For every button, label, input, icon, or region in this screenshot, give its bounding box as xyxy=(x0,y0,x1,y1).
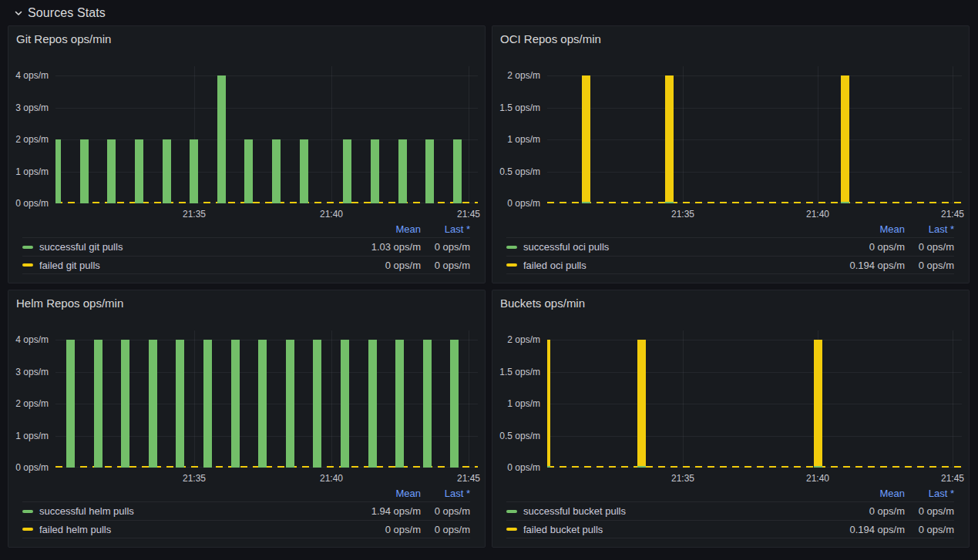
zero-value-dashed-line xyxy=(547,202,962,203)
y-tick-label: 0 ops/m xyxy=(15,461,49,474)
bar xyxy=(272,139,281,203)
bar xyxy=(258,340,267,468)
x-tick-label: 21:40 xyxy=(320,208,343,220)
gridline xyxy=(55,340,478,340)
bar xyxy=(371,139,379,203)
series-swatch xyxy=(506,246,517,249)
y-tick-label: 1 ops/m xyxy=(507,397,540,410)
legend-col-mean[interactable]: Mean xyxy=(812,488,905,499)
legend: Mean Last * successful git pulls 1.03 op… xyxy=(8,220,485,274)
plot-area[interactable] xyxy=(547,66,962,203)
legend-row: successful bucket pulls 0 ops/m 0 ops/m xyxy=(506,501,954,520)
legend-header: Mean Last * xyxy=(506,220,954,237)
gridline xyxy=(55,172,478,173)
x-tick-label: 21:35 xyxy=(183,208,206,220)
series-last: 0 ops/m xyxy=(421,260,470,271)
y-axis: 4 ops/m3 ops/m2 ops/m1 ops/m0 ops/m xyxy=(8,66,49,203)
y-tick-label: 1 ops/m xyxy=(15,430,49,442)
panel-title[interactable]: Buckets ops/min xyxy=(500,297,585,310)
panel-title[interactable]: Git Repos ops/min xyxy=(16,32,111,45)
legend-row: successful oci pulls 0 ops/m 0 ops/m xyxy=(506,237,954,256)
gridline xyxy=(55,139,478,140)
y-tick-label: 0.5 ops/m xyxy=(499,430,540,442)
gridline xyxy=(331,330,332,468)
legend-col-mean[interactable]: Mean xyxy=(812,223,905,235)
y-tick-label: 2 ops/m xyxy=(507,69,540,82)
chevron-down-icon[interactable] xyxy=(14,8,23,18)
gridline xyxy=(818,66,818,203)
gridline xyxy=(194,330,195,468)
gridline xyxy=(55,75,478,76)
gridline xyxy=(55,108,478,109)
x-axis: 21:3521:4021:45 xyxy=(547,208,962,220)
row-header-sources-stats[interactable]: Sources Stats xyxy=(0,0,978,25)
bar xyxy=(66,340,75,468)
legend-col-last[interactable]: Last * xyxy=(421,223,470,235)
bar xyxy=(395,340,404,468)
series-label[interactable]: successful git pulls xyxy=(39,241,328,253)
legend-row: failed oci pulls 0.194 ops/m 0 ops/m xyxy=(506,256,954,274)
series-label[interactable]: failed helm pulls xyxy=(39,524,328,535)
bar xyxy=(637,340,646,468)
legend-col-mean[interactable]: Mean xyxy=(328,223,421,235)
y-tick-label: 1.5 ops/m xyxy=(499,102,540,114)
series-mean: 0 ops/m xyxy=(812,505,905,517)
legend-header: Mean Last * xyxy=(506,485,954,501)
x-tick-label: 21:35 xyxy=(671,472,694,485)
bar xyxy=(343,139,351,203)
bar xyxy=(203,340,212,468)
bar xyxy=(121,340,129,468)
x-tick-label: 21:35 xyxy=(671,208,694,220)
panel-title[interactable]: OCI Repos ops/min xyxy=(500,32,601,45)
gridline xyxy=(55,404,478,404)
x-tick-label: 21:40 xyxy=(320,472,343,485)
series-swatch xyxy=(506,510,517,513)
gridline xyxy=(469,66,469,203)
legend-row: successful helm pulls 1.94 ops/m 0 ops/m xyxy=(22,501,470,520)
panel-title[interactable]: Helm Repos ops/min xyxy=(16,297,123,310)
series-swatch xyxy=(506,528,517,531)
y-tick-label: 0 ops/m xyxy=(507,197,540,210)
y-axis: 2 ops/m1.5 ops/m1 ops/m0.5 ops/m0 ops/m xyxy=(492,66,540,203)
series-label[interactable]: failed oci pulls xyxy=(523,260,812,271)
plot-area[interactable] xyxy=(547,330,962,468)
bar xyxy=(80,139,89,203)
series-last: 0 ops/m xyxy=(421,241,470,253)
zero-value-dashed-line xyxy=(547,466,962,468)
series-label[interactable]: successful bucket pulls xyxy=(523,505,812,517)
panel-grid: Git Repos ops/min 4 ops/m3 ops/m2 ops/m1… xyxy=(8,25,970,548)
legend-col-last[interactable]: Last * xyxy=(905,223,954,235)
bar xyxy=(190,139,198,203)
gridline xyxy=(683,330,684,468)
series-mean: 1.03 ops/m xyxy=(328,241,421,253)
series-last: 0 ops/m xyxy=(905,241,954,253)
y-tick-label: 4 ops/m xyxy=(15,69,49,82)
series-label[interactable]: failed git pulls xyxy=(39,260,328,271)
series-label[interactable]: successful helm pulls xyxy=(39,505,328,517)
row-title[interactable]: Sources Stats xyxy=(28,6,106,20)
series-last: 0 ops/m xyxy=(905,260,954,271)
y-tick-label: 2 ops/m xyxy=(507,334,540,346)
panel-oci-repos: OCI Repos ops/min 2 ops/m1.5 ops/m1 ops/… xyxy=(492,25,970,283)
bar xyxy=(368,340,377,468)
bar xyxy=(135,139,143,203)
series-label[interactable]: failed bucket pulls xyxy=(523,524,812,535)
legend-col-last[interactable]: Last * xyxy=(905,488,954,499)
legend-col-last[interactable]: Last * xyxy=(421,488,470,499)
plot-area[interactable] xyxy=(55,330,478,468)
plot-area[interactable] xyxy=(55,66,478,203)
y-tick-label: 4 ops/m xyxy=(15,334,49,346)
gridline xyxy=(55,372,478,373)
bar xyxy=(814,340,822,468)
series-swatch xyxy=(22,510,33,513)
panel-helm-repos: Helm Repos ops/min 4 ops/m3 ops/m2 ops/m… xyxy=(8,290,486,548)
series-mean: 0 ops/m xyxy=(328,260,421,271)
bar xyxy=(163,139,171,203)
legend-col-mean[interactable]: Mean xyxy=(328,488,421,499)
bar-base-notch xyxy=(582,202,590,203)
x-tick-label: 21:40 xyxy=(806,208,829,220)
bar xyxy=(582,75,590,203)
series-label[interactable]: successful oci pulls xyxy=(523,241,812,253)
bar xyxy=(547,340,550,468)
y-tick-label: 2 ops/m xyxy=(15,133,49,146)
